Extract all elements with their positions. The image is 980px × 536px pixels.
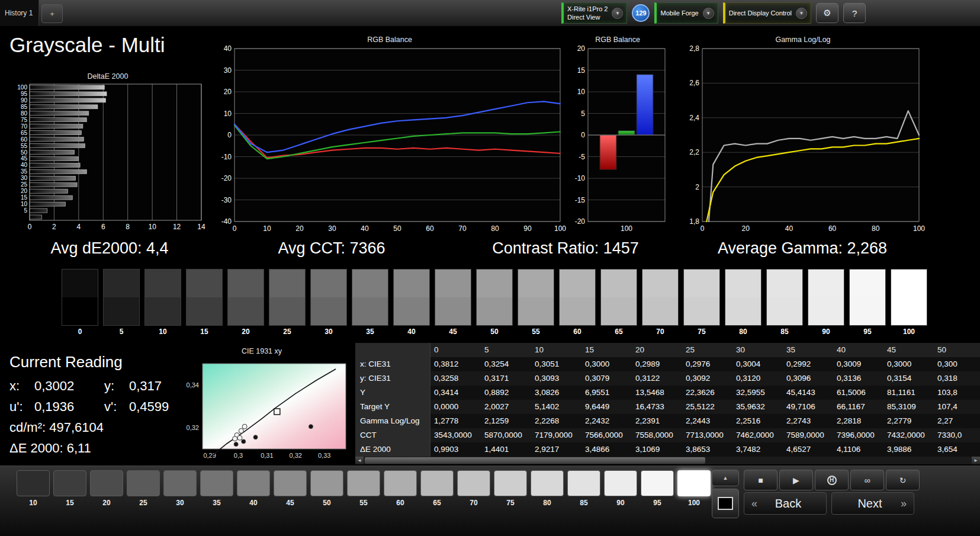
display-control-selector[interactable]: Direct Display Control ▼ <box>723 2 811 24</box>
pattern-level-button-20[interactable]: 20 <box>90 470 123 507</box>
pattern-level-button-90[interactable]: 90 <box>604 470 637 507</box>
pattern-level-button-100[interactable]: 100 <box>677 470 711 507</box>
table-cell: 7462,0000 <box>732 428 783 442</box>
source-selector[interactable]: Mobile Forge ▼ <box>654 2 718 24</box>
table-hscrollbar[interactable]: ◄ ► <box>355 457 980 464</box>
scrollbar-track[interactable] <box>364 457 972 464</box>
gamma-chart-block: Gamma Log/Log 1,822,22,42,62,80204060801… <box>679 36 927 239</box>
rgb-balance-line-chart: -40-30-20-100102030400102030405060708090… <box>212 45 567 239</box>
pattern-level-button-50[interactable]: 50 <box>310 470 343 507</box>
chevrons-right-icon: » <box>901 498 907 510</box>
pattern-swatch[interactable] <box>310 470 343 496</box>
pattern-level-button-80[interactable]: 80 <box>531 470 564 507</box>
actual-color <box>145 269 181 297</box>
scroll-left-button[interactable]: ◄ <box>355 457 364 464</box>
svg-text:0,32: 0,32 <box>187 424 199 431</box>
v-label: v': <box>104 399 129 415</box>
table-cell: 0,3136 <box>833 371 883 386</box>
tab-history-1[interactable]: History 1 <box>0 0 39 26</box>
refresh-button[interactable]: ↻ <box>886 470 920 490</box>
pattern-swatch[interactable] <box>53 470 86 496</box>
stop-button[interactable]: ■ <box>744 470 777 490</box>
scroll-right-button[interactable]: ► <box>972 457 980 464</box>
table-cell: 103,8 <box>934 386 980 400</box>
swatch-level-label: 85 <box>780 328 788 336</box>
pattern-swatch[interactable] <box>90 470 123 496</box>
target-color <box>394 297 429 325</box>
pattern-level-button-60[interactable]: 60 <box>384 470 417 507</box>
pattern-level-button-40[interactable]: 40 <box>237 470 270 507</box>
settings-button[interactable]: ⚙ <box>816 3 838 23</box>
chevron-down-icon[interactable]: ▼ <box>612 8 623 19</box>
calibration-app: History 1 + X-Rite i1Pro 2 Direct View ▼… <box>0 0 980 536</box>
pattern-level-label: 85 <box>580 499 587 507</box>
continuous-measure-button[interactable]: ∞ <box>850 470 884 490</box>
pattern-swatch[interactable] <box>17 470 50 496</box>
pattern-swatch[interactable] <box>200 470 233 496</box>
pattern-swatch[interactable] <box>127 470 160 496</box>
svg-text:-15: -15 <box>575 196 586 204</box>
pattern-level-button-75[interactable]: 75 <box>494 470 527 507</box>
pattern-swatch[interactable] <box>274 470 307 496</box>
cie-chart-block: CIE 1931 xy 0,320,340,290,30,310,320,33 <box>175 347 348 466</box>
table-cell: 0,3092 <box>682 371 732 386</box>
chevrons-left-icon: « <box>751 498 757 510</box>
actual-color <box>725 269 761 297</box>
svg-text:30: 30 <box>328 224 336 233</box>
pattern-swatch[interactable] <box>641 470 674 496</box>
refresh-icon: ↻ <box>899 476 907 485</box>
scrollbar-thumb[interactable] <box>365 457 705 464</box>
add-tab-button[interactable]: + <box>41 4 63 23</box>
chevron-down-icon[interactable]: ▼ <box>703 8 714 19</box>
svg-text:0: 0 <box>233 224 237 233</box>
table-row: Gamma Log/Log1,27782,12592,22682,24322,2… <box>355 414 980 428</box>
target-color <box>684 297 719 325</box>
svg-text:0: 0 <box>581 131 585 139</box>
pattern-level-button-15[interactable]: 15 <box>53 470 86 507</box>
pattern-level-label: 100 <box>688 499 700 507</box>
pattern-level-button-10[interactable]: 10 <box>17 470 50 507</box>
pattern-level-button-25[interactable]: 25 <box>127 470 160 507</box>
pattern-level-label: 35 <box>213 499 220 507</box>
pattern-window-button[interactable] <box>712 489 739 518</box>
pattern-swatch[interactable] <box>457 470 490 496</box>
pattern-swatch[interactable] <box>420 470 454 496</box>
grayscale-swatch: 5 <box>103 269 140 336</box>
help-button[interactable]: ? <box>843 3 866 23</box>
pattern-swatch[interactable] <box>567 470 600 496</box>
actual-color <box>187 269 222 297</box>
back-button[interactable]: « Back <box>744 492 827 515</box>
pattern-swatch[interactable] <box>163 470 197 496</box>
pattern-swatch[interactable] <box>604 470 637 496</box>
meter-selector[interactable]: X-Rite i1Pro 2 Direct View ▼ <box>561 2 627 24</box>
target-color <box>560 297 595 325</box>
next-button[interactable]: Next » <box>831 492 914 515</box>
chevron-down-icon[interactable]: ▼ <box>796 8 807 19</box>
pattern-level-button-70[interactable]: 70 <box>457 470 490 507</box>
pattern-level-button-55[interactable]: 55 <box>347 470 380 507</box>
pattern-swatch[interactable] <box>237 470 270 496</box>
actual-color <box>228 269 264 297</box>
pattern-level-button-30[interactable]: 30 <box>163 470 197 507</box>
plus-icon: + <box>50 9 54 18</box>
table-cell: 0,2989 <box>632 357 682 371</box>
pattern-level-button-35[interactable]: 35 <box>200 470 233 507</box>
table-row-label: ΔE 2000 <box>355 442 430 457</box>
collapse-panel-button[interactable]: ▲ <box>712 470 739 486</box>
play-button[interactable]: ▶ <box>779 470 813 490</box>
pattern-swatch[interactable] <box>677 470 711 496</box>
reading-count-badge[interactable]: 129 <box>632 4 650 22</box>
pattern-level-button-65[interactable]: 65 <box>420 470 454 507</box>
pattern-level-button-45[interactable]: 45 <box>274 470 307 507</box>
pattern-swatch[interactable] <box>494 470 527 496</box>
single-measure-button[interactable]: H <box>815 470 849 490</box>
pattern-level-label: 10 <box>29 499 37 507</box>
pattern-swatch[interactable] <box>531 470 564 496</box>
xy-reading-row: x: 0,3002 y: 0,317 <box>9 378 199 394</box>
pattern-level-button-95[interactable]: 95 <box>641 470 674 507</box>
pattern-swatch[interactable] <box>347 470 380 496</box>
svg-text:40: 40 <box>224 45 232 53</box>
svg-text:30: 30 <box>21 175 28 181</box>
pattern-level-button-85[interactable]: 85 <box>567 470 600 507</box>
pattern-swatch[interactable] <box>384 470 417 496</box>
